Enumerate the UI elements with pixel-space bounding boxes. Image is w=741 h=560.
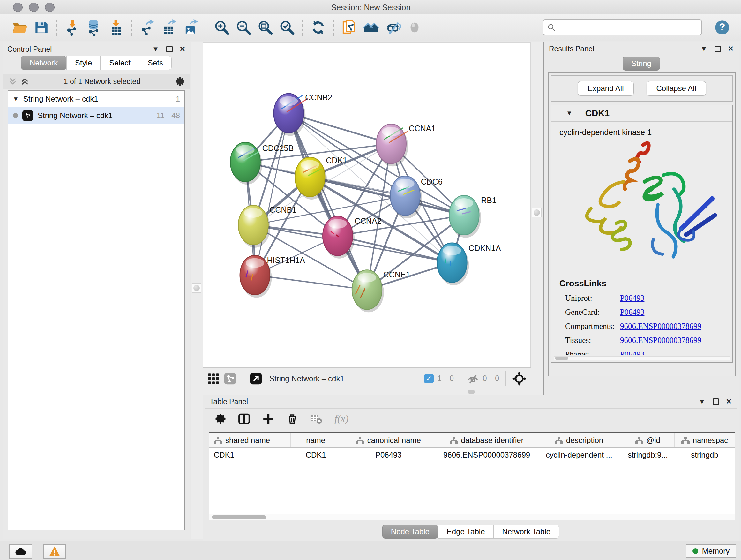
collapse-all-icon[interactable] <box>8 77 17 86</box>
network-edge-CCNB2-HIST1H1A[interactable] <box>255 113 289 275</box>
column-header-description[interactable]: description <box>537 433 621 447</box>
network-row-selected[interactable]: String Network – cdk1 11 48 <box>8 107 185 124</box>
column-header-name[interactable]: name <box>291 433 340 447</box>
crosslink-link[interactable]: P06493 <box>620 350 644 355</box>
network-canvas[interactable]: CCNB2CCNA1CDC25BCDK1CDC6RB1CCNB1CCNA2CDK… <box>203 43 531 368</box>
hide-glasses-icon[interactable] <box>384 18 402 37</box>
export-image-icon[interactable] <box>181 18 200 37</box>
zoom-in-icon[interactable] <box>212 18 231 37</box>
crosslink-link[interactable]: 9606.ENSP00000378699 <box>620 336 701 345</box>
table-row[interactable]: CDK1 CDK1 P06493 9606.ENSP00000378699 cy… <box>209 448 735 462</box>
horizontal-splitter[interactable] <box>203 389 531 395</box>
zoom-selected-icon[interactable] <box>278 18 296 37</box>
hidden-eye-icon[interactable] <box>467 373 479 385</box>
table-gear-icon[interactable] <box>214 413 226 425</box>
network-node-RB1[interactable]: RB1 <box>449 195 496 238</box>
network-node-CDC25B[interactable]: CDC25B <box>230 142 293 185</box>
panel-float-icon[interactable] <box>166 46 173 52</box>
pan-crosshair-icon[interactable] <box>512 372 526 386</box>
network-node-CDK1[interactable]: CDK1 <box>295 156 347 199</box>
panel-float-icon[interactable] <box>715 46 721 52</box>
cell-database-identifier[interactable]: 9606.ENSP00000378699 <box>436 448 537 462</box>
left-panel-splitter[interactable] <box>191 43 203 539</box>
column-header-id[interactable]: @id <box>621 433 675 447</box>
function-builder-icon[interactable]: f(x) <box>334 413 348 425</box>
export-table-icon[interactable] <box>159 18 178 37</box>
network-node-HIST1H1A[interactable]: HIST1H1A <box>240 255 305 298</box>
cell-namespace[interactable]: stringdb <box>675 448 735 462</box>
panel-menu-icon[interactable]: ▼ <box>152 46 159 53</box>
network-node-CDC6[interactable]: CDC6 <box>390 176 443 219</box>
tab-string[interactable]: String <box>623 57 660 71</box>
panel-menu-icon[interactable]: ▼ <box>698 398 705 405</box>
expand-all-icon[interactable] <box>20 77 30 86</box>
cell-id[interactable]: stringdb:9... <box>621 448 675 462</box>
crosslink-link[interactable]: 9606.ENSP00000378699 <box>620 322 701 331</box>
network-node-CCNE1[interactable]: CCNE1 <box>352 270 410 313</box>
import-table-file-icon[interactable] <box>107 18 125 37</box>
expand-all-button[interactable]: Expand All <box>578 81 633 96</box>
network-view-icon[interactable] <box>224 372 237 385</box>
open-session-icon[interactable] <box>10 18 29 37</box>
zoom-out-icon[interactable] <box>234 18 253 37</box>
cell-canonical-name[interactable]: P06493 <box>341 448 436 462</box>
scrollbar-thumb[interactable] <box>212 515 266 519</box>
panel-close-icon[interactable]: ✕ <box>728 45 734 52</box>
save-session-icon[interactable] <box>32 18 51 37</box>
tab-edge-table[interactable]: Edge Table <box>438 524 494 539</box>
external-view-icon[interactable] <box>250 372 262 385</box>
tab-sets[interactable]: Sets <box>139 56 172 70</box>
tab-network[interactable]: Network <box>21 56 66 70</box>
export-network-icon[interactable] <box>138 18 156 37</box>
delete-column-icon[interactable] <box>286 413 298 425</box>
splitter-handle[interactable] <box>192 283 201 293</box>
show-eye-icon[interactable] <box>405 18 424 37</box>
panel-close-icon[interactable]: ✕ <box>180 46 185 53</box>
table-horizontal-scrollbar[interactable] <box>209 514 735 520</box>
network-collection-row[interactable]: ▼ String Network – cdk1 1 <box>8 91 185 107</box>
import-network-database-icon[interactable] <box>85 18 104 37</box>
network-node-CDKN1A[interactable]: CDKN1A <box>437 243 501 286</box>
column-header-database-identifier[interactable]: database identifier <box>436 433 537 447</box>
network-node-CCNB2[interactable]: CCNB2 <box>274 93 332 136</box>
delete-table-icon[interactable] <box>310 413 322 425</box>
tab-node-table[interactable]: Node Table <box>382 524 438 539</box>
grid-view-icon[interactable] <box>207 372 220 385</box>
right-panel-splitter[interactable] <box>531 43 543 395</box>
split-columns-icon[interactable] <box>238 413 250 425</box>
zoom-fit-icon[interactable] <box>256 18 274 37</box>
tree-expand-icon[interactable]: ▼ <box>13 96 19 103</box>
selected-nodes-checkbox[interactable]: ✓ <box>424 374 434 383</box>
search-input[interactable] <box>556 23 690 32</box>
cell-shared-name[interactable]: CDK1 <box>209 448 291 462</box>
add-column-icon[interactable] <box>262 413 274 425</box>
tab-style[interactable]: Style <box>66 56 100 70</box>
search-box[interactable] <box>542 19 702 36</box>
crosslink-link[interactable]: P06493 <box>620 308 644 317</box>
collapse-all-button[interactable]: Collapse All <box>647 81 706 96</box>
gene-collapse-icon[interactable]: ▼ <box>566 110 572 117</box>
memory-button[interactable]: Memory <box>686 544 736 558</box>
column-header-shared-name[interactable]: shared name <box>209 433 291 447</box>
home-network-icon[interactable] <box>362 18 381 37</box>
network-edge-CCNA2-CDKN1A[interactable] <box>338 236 452 263</box>
results-scrollbar[interactable] <box>554 356 730 361</box>
import-network-file-icon[interactable] <box>63 18 82 37</box>
panel-float-icon[interactable] <box>713 398 719 405</box>
splitter-handle[interactable] <box>532 208 542 217</box>
string-file-icon[interactable] <box>340 18 359 37</box>
crosslink-link[interactable]: P06493 <box>620 294 644 303</box>
splitter-handle[interactable] <box>468 390 475 394</box>
cell-description[interactable]: cyclin-dependent ... <box>537 448 621 462</box>
gear-icon[interactable] <box>175 76 185 86</box>
column-header-namespace[interactable]: namespac <box>675 433 735 447</box>
panel-menu-icon[interactable]: ▼ <box>700 45 708 52</box>
refresh-icon[interactable] <box>309 18 327 37</box>
column-header-canonical-name[interactable]: canonical name <box>341 433 436 447</box>
tab-network-table[interactable]: Network Table <box>494 524 559 539</box>
network-node-CCNA1[interactable]: CCNA1 <box>376 124 435 166</box>
warnings-button[interactable] <box>43 544 66 559</box>
help-icon[interactable]: ? <box>713 18 731 37</box>
cloud-button[interactable] <box>9 544 32 559</box>
cell-name[interactable]: CDK1 <box>291 448 340 462</box>
